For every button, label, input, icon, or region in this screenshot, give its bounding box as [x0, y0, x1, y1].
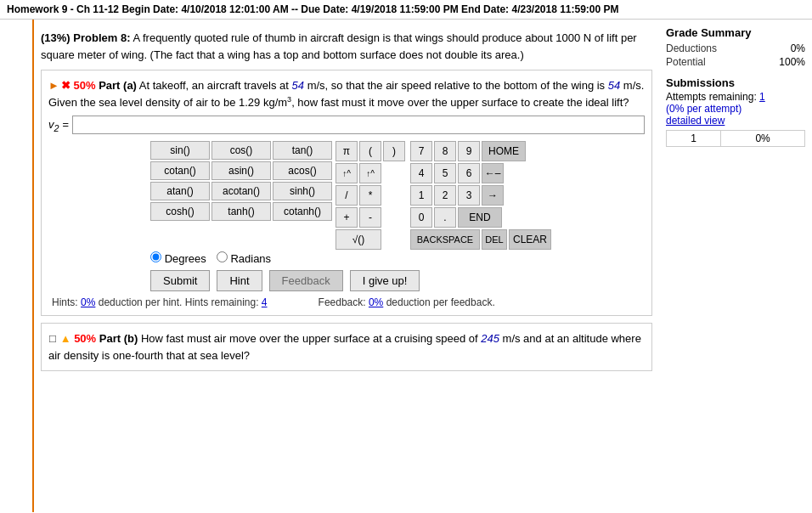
cos-button[interactable]: cos() — [211, 141, 271, 160]
close-paren-button[interactable]: ) — [383, 141, 405, 161]
left-sidebar — [0, 20, 34, 512]
attempts-value-link[interactable]: 1 — [759, 91, 765, 103]
acos-button[interactable]: acos() — [273, 161, 332, 180]
up-arrow-button[interactable]: ↑^ — [336, 163, 358, 183]
grade-summary: Grade Summary Deductions 0% Potential 10… — [659, 20, 812, 512]
sinh-button[interactable]: sinh() — [273, 182, 332, 200]
multiply-button[interactable]: * — [359, 185, 381, 206]
left-arrow-button[interactable]: ←– — [482, 163, 504, 183]
part-a-percent: 50% — [74, 79, 99, 92]
num6-button[interactable]: 6 — [458, 163, 480, 183]
input-row: v2 = — [48, 116, 645, 134]
cosh-button[interactable]: cosh() — [150, 202, 210, 221]
problem-number: (13%) Problem 8: — [41, 31, 130, 44]
minus-button[interactable]: - — [359, 207, 381, 228]
num3-button[interactable]: 3 — [458, 185, 480, 206]
tan-button[interactable]: tan() — [273, 141, 332, 160]
part-a-header: ► ✖ 50% Part (a) At takeoff, an aircraft… — [48, 77, 645, 110]
atan-button[interactable]: atan() — [150, 182, 210, 200]
radians-radio[interactable] — [217, 251, 228, 262]
num0-button[interactable]: 0 — [410, 207, 432, 228]
clear-button[interactable]: CLEAR — [509, 229, 551, 250]
deduction-note: (0% per attempt) — [666, 103, 805, 115]
part-a-label: Part (a) — [99, 79, 137, 92]
red-x-icon: ✖ — [61, 77, 70, 94]
answer-input[interactable] — [72, 116, 645, 134]
part-a-desc: At takeoff, an aircraft travels at 54 m/… — [48, 79, 644, 109]
asin-button[interactable]: asin() — [211, 161, 271, 180]
tanh-button[interactable]: tanh() — [211, 202, 271, 221]
num1-button[interactable]: 1 — [410, 185, 432, 206]
home-button[interactable]: HOME — [482, 141, 526, 161]
num4-button[interactable]: 4 — [410, 163, 432, 183]
submission-pct: 0% — [721, 131, 805, 147]
deductions-label: Deductions — [666, 42, 717, 54]
grade-summary-title: Grade Summary — [666, 26, 805, 39]
feedback-button[interactable]: Feedback — [269, 270, 343, 291]
acotan-button[interactable]: acotan() — [211, 182, 271, 200]
degrees-label[interactable]: Degrees — [150, 251, 206, 265]
hints-remaining-link[interactable]: 4 — [262, 296, 268, 308]
give-up-button[interactable]: I give up! — [350, 270, 420, 291]
del-button[interactable]: DEL — [482, 229, 507, 250]
submission-table: 1 0% — [666, 130, 805, 147]
pi-paren-area: π ( ) ↑^ ↑^ / * + - — [336, 141, 405, 251]
submissions-section: Submissions Attempts remaining: 1 (0% pe… — [666, 76, 805, 147]
orange-arrow-icon: ► — [48, 77, 59, 94]
problem-text: A frequently quoted rule of thumb in air… — [41, 31, 637, 61]
potential-label: Potential — [666, 56, 706, 68]
part-b-percent: 50% — [74, 332, 96, 345]
part-b-section: ☐ ▲ 50% Part (b) How fast must air move … — [41, 323, 652, 371]
num9-button[interactable]: 9 — [458, 141, 480, 161]
divide-button[interactable]: / — [336, 185, 358, 206]
potential-row: Potential 100% — [666, 56, 805, 68]
submissions-title: Submissions — [666, 76, 805, 89]
part-b-desc: How fast must air move over the upper su… — [48, 332, 641, 362]
header-bar: Homework 9 - Ch 11-12 Begin Date: 4/10/2… — [0, 0, 812, 20]
calc-buttons: sin() cos() tan() cotan() asin() acos() … — [150, 141, 332, 221]
degrees-radio[interactable] — [150, 251, 161, 262]
part-b-label: Part (b) — [99, 332, 138, 345]
cotan-button[interactable]: cotan() — [150, 161, 210, 180]
open-paren-button[interactable]: ( — [359, 141, 381, 161]
decimal-button[interactable]: . — [434, 207, 456, 228]
hints-row: Hints: 0% deduction per hint. Hints rema… — [52, 296, 645, 308]
feedback-percent-link[interactable]: 0% — [369, 296, 383, 308]
potential-value: 100% — [779, 56, 805, 68]
problem-statement: (13%) Problem 8: A frequently quoted rul… — [41, 26, 652, 70]
end-button[interactable]: END — [458, 207, 502, 228]
input-label: v2 = — [48, 118, 69, 133]
part-a-section: ► ✖ 50% Part (a) At takeoff, an aircraft… — [41, 70, 652, 316]
sin-button[interactable]: sin() — [150, 141, 210, 160]
header-text: Homework 9 - Ch 11-12 Begin Date: 4/10/2… — [7, 3, 619, 15]
action-buttons: Submit Hint Feedback I give up! — [150, 270, 645, 291]
submission-num: 1 — [667, 131, 721, 147]
triangle-icon: ▲ — [60, 332, 71, 345]
deductions-row: Deductions 0% — [666, 42, 805, 54]
calc-section: sin() cos() tan() cotan() asin() acos() … — [48, 141, 645, 251]
plus-button[interactable]: + — [336, 207, 358, 228]
content-area: (13%) Problem 8: A frequently quoted rul… — [34, 20, 659, 512]
cotanh-button[interactable]: cotanh() — [273, 202, 332, 221]
sqrt-button[interactable]: √() — [336, 229, 381, 250]
right-arrow-button[interactable]: → — [482, 185, 504, 206]
checkbox-icon: ☐ — [48, 334, 57, 344]
attempts-remaining: Attempts remaining: 1 — [666, 91, 805, 103]
num7-button[interactable]: 7 — [410, 141, 432, 161]
hint-button[interactable]: Hint — [217, 270, 262, 291]
part-b-header: ☐ ▲ 50% Part (b) How fast must air move … — [48, 330, 645, 364]
hints-percent-link[interactable]: 0% — [81, 296, 95, 308]
detailed-view-link[interactable]: detailed view — [666, 115, 725, 127]
num5-button[interactable]: 5 — [434, 163, 456, 183]
radio-row: Degrees Radians — [150, 251, 645, 265]
pi-button[interactable]: π — [336, 141, 358, 161]
numpad-area: 7 8 9 HOME 4 5 6 ←– 1 2 3 — [410, 141, 551, 251]
num8-button[interactable]: 8 — [434, 141, 456, 161]
backspace-button[interactable]: BACKSPACE — [410, 229, 480, 250]
num2-button[interactable]: 2 — [434, 185, 456, 206]
submit-button[interactable]: Submit — [150, 270, 210, 291]
deductions-value: 0% — [791, 42, 805, 54]
radians-label[interactable]: Radians — [217, 251, 271, 265]
up-arrow2-button[interactable]: ↑^ — [359, 163, 381, 183]
